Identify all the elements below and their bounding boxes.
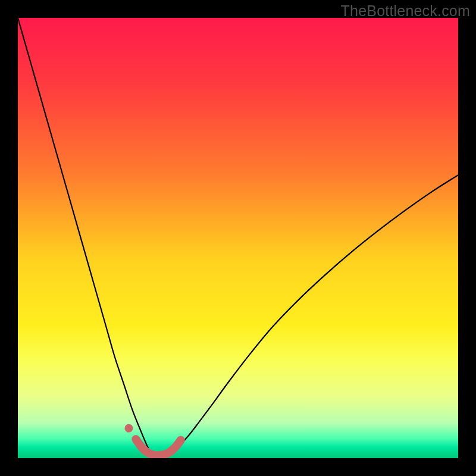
watermark-text: TheBottleneck.com bbox=[341, 2, 470, 20]
plot-area bbox=[18, 18, 458, 458]
chart-svg bbox=[18, 18, 458, 458]
gradient-background bbox=[18, 18, 458, 458]
chart-frame: TheBottleneck.com bbox=[0, 0, 476, 476]
optimum-marker-dot bbox=[124, 424, 133, 433]
